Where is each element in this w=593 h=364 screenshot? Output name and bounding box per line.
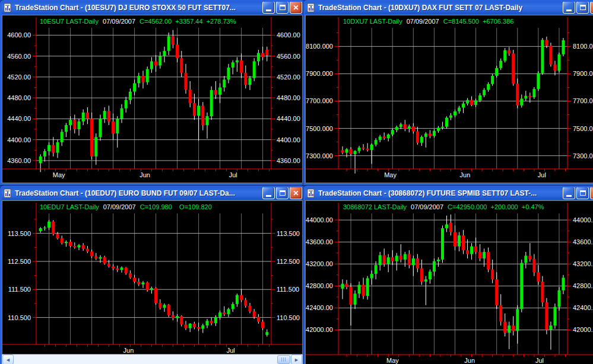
minimize-icon (266, 9, 271, 11)
svg-text:8100.000: 8100.000 (573, 43, 593, 50)
svg-text:4600.00: 4600.00 (277, 31, 300, 39)
candlestick-plot[interactable]: 4600.004600.004560.004560.004520.004520.… (2, 15, 303, 183)
chart-area[interactable]: 10EDU7 LAST-Daily07/09/2007C=109.980 O=1… (2, 200, 303, 355)
maximize-button[interactable] (276, 187, 288, 199)
svg-text:43600.00: 43600.00 (573, 238, 593, 245)
svg-text:110.500: 110.500 (277, 314, 300, 321)
svg-text:44000.00: 44000.00 (573, 216, 593, 223)
svg-text:May: May (384, 171, 397, 178)
chart-header: 30868072 LAST-Daily07/09/2007C=42950.000… (343, 203, 544, 210)
svg-text:43600.00: 43600.00 (306, 238, 333, 245)
svg-text:42800.00: 42800.00 (306, 282, 333, 289)
maximize-icon (280, 5, 286, 10)
close-button[interactable]: ✕ (290, 1, 302, 14)
svg-text:7500.000: 7500.000 (573, 125, 593, 132)
minimize-button[interactable] (563, 1, 575, 14)
date-label: 07/09/2007 (99, 18, 139, 25)
svg-text:7300.000: 7300.000 (306, 152, 333, 159)
minimize-button[interactable] (262, 187, 275, 199)
minimize-button[interactable] (262, 1, 275, 14)
minimize-icon (266, 195, 271, 197)
svg-text:May: May (386, 357, 399, 364)
chart-area[interactable]: 30868072 LAST-Daily07/09/2007C=42950.000… (305, 200, 593, 364)
svg-text:7500.000: 7500.000 (306, 125, 333, 132)
window-controls: ✕ (563, 1, 593, 14)
svg-text:Jul: Jul (229, 171, 237, 178)
scrollbar-thumb[interactable] (277, 355, 290, 364)
close-icon: ✕ (293, 189, 299, 197)
svg-text:7900.000: 7900.000 (573, 70, 593, 77)
minimize-icon (566, 9, 572, 11)
svg-text:Jun: Jun (460, 171, 471, 178)
candlestick-plot[interactable]: 113.500113.500112.500112.500111.500111.5… (2, 200, 303, 355)
svg-text:112.500: 112.500 (8, 258, 31, 265)
svg-text:44000.00: 44000.00 (306, 216, 333, 223)
svg-text:Jul: Jul (535, 357, 544, 364)
maximize-button[interactable] (576, 187, 589, 199)
maximize-button[interactable] (276, 1, 288, 14)
svg-text:43200.00: 43200.00 (573, 260, 593, 267)
svg-text:7700.000: 7700.000 (306, 97, 333, 104)
candlestick-plot[interactable]: 8100.0008100.0007900.0007900.0007700.000… (305, 15, 593, 183)
svg-text:42400.00: 42400.00 (573, 304, 593, 311)
svg-text:113.500: 113.500 (8, 230, 31, 237)
titlebar[interactable]: TradeStation Chart - (10EDU7) EURO BUND … (0, 186, 305, 200)
window-eurobund: TradeStation Chart - (10EDU7) EURO BUND … (0, 186, 305, 364)
minimize-button[interactable] (563, 187, 575, 199)
scroll-left-arrow-icon: ◄ (5, 357, 11, 363)
window-title: TradeStation Chart - (10ESU7) DJ EURO ST… (15, 4, 259, 12)
titlebar[interactable]: TradeStation Chart - (30868072) FUTURE S… (303, 186, 593, 200)
svg-text:4520.00: 4520.00 (7, 74, 31, 81)
close-button[interactable]: ✕ (590, 1, 593, 14)
scroll-right-button[interactable]: ► (291, 355, 302, 364)
svg-text:4560.00: 4560.00 (277, 53, 300, 60)
svg-text:7300.000: 7300.000 (573, 152, 593, 159)
symbol-label: 10ESU7 LAST-Daily (40, 18, 99, 25)
close-button[interactable]: ✕ (290, 187, 302, 199)
svg-text:Jul: Jul (227, 347, 235, 354)
svg-text:113.500: 113.500 (277, 230, 300, 237)
svg-text:111.500: 111.500 (8, 286, 31, 293)
svg-text:111.500: 111.500 (277, 286, 299, 293)
chart-area[interactable]: 10DXU7 LAST-Daily07/09/2007C=8145.500 +6… (305, 15, 593, 183)
svg-text:4440.00: 4440.00 (7, 115, 31, 122)
chart-header: 10ESU7 LAST-Daily07/09/2007C=4562.00 +33… (40, 18, 236, 25)
tradestation-chart-icon (3, 189, 12, 198)
candlestick-plot[interactable]: 44000.0044000.0043600.0043600.0043200.00… (305, 200, 593, 364)
svg-text:Jun: Jun (139, 171, 150, 178)
maximize-button[interactable] (576, 1, 589, 14)
titlebar[interactable]: TradeStation Chart - (10DXU7) DAX FUT SE… (303, 0, 593, 15)
window-controls: ✕ (262, 187, 302, 199)
scroll-left-button[interactable]: ◄ (2, 355, 14, 364)
chart-header: 10DXU7 LAST-Daily07/09/2007C=8145.500 +6… (343, 18, 513, 25)
symbol-label: 10DXU7 LAST-Daily (343, 18, 402, 25)
svg-text:4480.00: 4480.00 (277, 94, 300, 101)
scrollbar-track[interactable] (14, 355, 290, 364)
close-button[interactable]: ✕ (590, 187, 593, 199)
tradestation-chart-icon (306, 189, 316, 198)
horizontal-scrollbar: ◄ ► (2, 355, 303, 364)
date-label: 07/09/2007 (407, 203, 448, 210)
svg-text:43200.00: 43200.00 (306, 260, 333, 267)
window-eurostoxx50: TradeStation Chart - (10ESU7) DJ EURO ST… (0, 0, 305, 185)
tradestation-chart-icon (3, 3, 12, 12)
svg-text:4400.00: 4400.00 (277, 136, 300, 143)
maximize-icon (280, 190, 286, 196)
svg-text:7700.000: 7700.000 (573, 97, 593, 104)
symbol-label: 10EDU7 LAST-Daily (40, 203, 99, 210)
svg-text:42000.00: 42000.00 (573, 326, 593, 333)
chart-area[interactable]: 10ESU7 LAST-Daily07/09/2007C=4562.00 +33… (2, 15, 303, 183)
window-dax: TradeStation Chart - (10DXU7) DAX FUT SE… (303, 0, 593, 185)
date-label: 07/09/2007 (99, 203, 140, 210)
quote-stats: C=8145.500 +6706.386 (443, 18, 514, 25)
date-label: 07/09/2007 (402, 18, 443, 25)
svg-text:4480.00: 4480.00 (7, 94, 31, 101)
quote-stats: C=4562.00 +3357.44 +278.73% (139, 18, 236, 25)
quote-stats: C=109.980 O=109.820 (140, 203, 212, 210)
svg-text:Jun: Jun (464, 357, 475, 364)
titlebar[interactable]: TradeStation Chart - (10ESU7) DJ EURO ST… (0, 0, 305, 15)
minimize-icon (566, 195, 572, 197)
svg-text:42000.00: 42000.00 (306, 326, 333, 333)
svg-text:110.500: 110.500 (8, 314, 31, 321)
svg-text:7900.000: 7900.000 (306, 70, 333, 77)
